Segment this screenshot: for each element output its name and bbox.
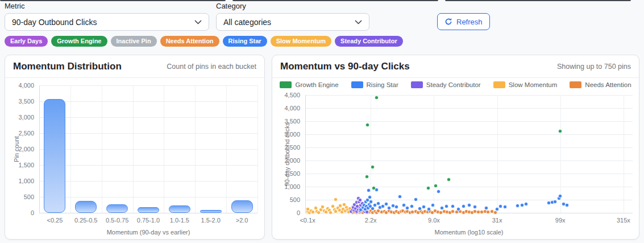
bar[interactable] <box>75 201 97 213</box>
scatter-point[interactable] <box>426 186 430 190</box>
scatter-point[interactable] <box>427 207 431 211</box>
gridline-h <box>305 147 633 148</box>
legend-label: Growth Engine <box>295 81 338 88</box>
y-tick-label: 4,500 <box>272 92 300 98</box>
y-tick-label: 500 <box>272 196 300 203</box>
metric-label: Metric <box>5 2 209 10</box>
badges-row: Early DaysGrowth EngineInactive PinNeeds… <box>0 31 644 47</box>
legend-item: Growth Engine <box>280 81 338 88</box>
scatter-point[interactable] <box>384 202 388 206</box>
y-tick-label: 1,500 <box>5 162 34 168</box>
scatter-point[interactable] <box>440 206 444 210</box>
gridline-h <box>305 95 633 96</box>
scatter-point[interactable] <box>398 195 402 199</box>
scatter-point[interactable] <box>375 96 379 100</box>
x-tick-label: 0.5-0.75 <box>102 217 133 224</box>
scatter-point[interactable] <box>387 206 391 210</box>
x-tick-label: 0.75-1.0 <box>133 217 164 224</box>
scatter-point[interactable] <box>394 205 398 209</box>
scatter-point[interactable] <box>444 204 448 208</box>
y-tick-label: 500 <box>5 193 34 200</box>
scatter-point[interactable] <box>456 207 460 211</box>
gridline-h <box>39 181 257 182</box>
bar[interactable] <box>169 205 190 213</box>
legend-label: Steady Contributor <box>426 81 481 88</box>
y-axis-line <box>305 95 306 213</box>
scatter-point[interactable] <box>437 190 441 193</box>
x-tick-label: 315x <box>606 217 639 224</box>
scatter-point[interactable] <box>462 204 466 208</box>
y-tick-label: 3,500 <box>5 98 34 105</box>
refresh-label: Refresh <box>456 18 483 26</box>
status-badge: Slow Momentum <box>271 36 331 47</box>
x-tick-label: <0.1x <box>290 217 325 224</box>
y-tick-label: 1,000 <box>5 178 34 184</box>
scatter-point[interactable] <box>422 205 426 209</box>
scatter-point[interactable] <box>516 204 520 208</box>
top-divider <box>445 0 631 1</box>
charts-row: Momentum Distribution Count of pins in e… <box>0 47 644 240</box>
scatter-point[interactable] <box>451 204 455 208</box>
gridline-h <box>39 165 257 166</box>
category-select[interactable]: All categories <box>216 13 369 31</box>
scatter-point[interactable] <box>498 204 502 208</box>
scatter-point[interactable] <box>365 175 369 179</box>
scatter-point[interactable] <box>329 211 333 215</box>
scatter-point[interactable] <box>334 197 338 201</box>
x-tick-label: 2.2x <box>354 217 388 224</box>
scatter-point[interactable] <box>365 123 369 127</box>
legend-swatch <box>570 81 581 88</box>
bar[interactable] <box>106 204 128 213</box>
card-header: Momentum vs 90-day Clicks Showing up to … <box>272 55 639 78</box>
scatter-chart: Growth EngineRising StarSteady Contribut… <box>272 78 639 239</box>
scatter-point[interactable] <box>524 202 528 206</box>
scatter-point[interactable] <box>484 206 488 210</box>
scatter-point[interactable] <box>447 178 451 182</box>
scatter-point[interactable] <box>311 210 315 214</box>
scatter-point[interactable] <box>553 200 557 204</box>
gridline-v <box>434 95 434 213</box>
legend-label: Needs Attention <box>585 81 631 88</box>
scatter-point[interactable] <box>372 186 376 190</box>
dashboard: Metric 90-day Outbound Clicks Category A… <box>0 0 644 243</box>
bar[interactable] <box>200 210 222 213</box>
card-title: Momentum vs 90-day Clicks <box>280 61 410 72</box>
legend-item: Slow Momentum <box>493 81 558 88</box>
scatter-point[interactable] <box>558 129 562 133</box>
scatter-point[interactable] <box>369 200 373 204</box>
scatter-point[interactable] <box>434 184 438 188</box>
scatter-point[interactable] <box>520 203 524 207</box>
scatter-point[interactable] <box>467 203 471 207</box>
y-axis-line <box>39 85 40 213</box>
scatter-point[interactable] <box>493 211 497 215</box>
scatter-point[interactable] <box>405 206 409 210</box>
scatter-point[interactable] <box>473 205 477 209</box>
legend-swatch <box>493 81 505 88</box>
gridline-h <box>39 149 257 150</box>
category-field: Category All categories <box>216 2 369 31</box>
scatter-point[interactable] <box>414 197 418 201</box>
scatter-point[interactable] <box>565 203 569 207</box>
category-select-value: All categories <box>223 18 271 27</box>
scatter-point[interactable] <box>558 194 562 198</box>
bar[interactable] <box>44 99 65 213</box>
legend-item: Rising Star <box>351 81 398 88</box>
scatter-point[interactable] <box>451 209 455 213</box>
x-tick-label: >2.0 <box>226 217 257 224</box>
scatter-point[interactable] <box>368 195 372 199</box>
bar[interactable] <box>231 200 253 213</box>
metric-select[interactable]: 90-day Outbound Clicks <box>5 13 209 31</box>
scatter-point[interactable] <box>503 205 507 209</box>
status-badge: Needs Attention <box>160 36 219 47</box>
x-tick-label: 1.5-2.0 <box>195 217 226 224</box>
scatter-point[interactable] <box>410 204 414 208</box>
gridline-h <box>39 213 257 213</box>
gridline-h <box>305 160 633 161</box>
gridline-h <box>305 108 633 109</box>
bar[interactable] <box>138 207 159 213</box>
refresh-button[interactable]: Refresh <box>437 13 490 30</box>
scatter-point[interactable] <box>431 203 435 207</box>
gridline-h <box>305 200 633 200</box>
status-badge: Steady Contributor <box>335 36 403 47</box>
scatter-point[interactable] <box>371 165 375 169</box>
